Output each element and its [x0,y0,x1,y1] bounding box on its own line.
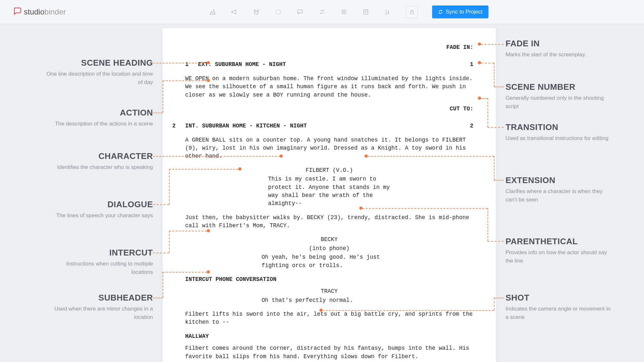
note-icon[interactable] [362,8,370,16]
callout-title: ACTION [43,108,153,118]
callout-title: SCENE HEADING [43,58,153,68]
character-cue: TRACY [185,287,473,295]
action-block: WE OPEN on a modern suburban home. The f… [185,75,473,99]
svg-point-1 [255,11,256,12]
scene-heading: INT. SUBURBAN HOME - KITCHEN - NIGHT [185,122,460,130]
callout-desc: Generally numbered only in the shooting … [506,94,615,110]
speech-icon[interactable] [296,8,304,16]
script-page: FADE IN: 1 EXT. SUBURBAN HOME - NIGHT 1 … [163,28,496,362]
callout-title: EXTENSION [506,175,615,185]
callout-scene-number: SCENE NUMBER Generally numbered only in … [496,82,615,110]
callout-desc: The description of the actions in a scen… [43,120,153,128]
callout-desc: Used when there are minor changes in a l… [43,305,153,321]
character-cue: FILBERT (V.O.) [185,166,473,174]
callout-desc: Marks the start of the screenplay. [506,51,615,59]
fade-in: FADE IN: [185,43,473,51]
svg-text:2: 2 [385,12,387,15]
svg-point-0 [213,10,214,11]
dialogue: This is my castle. I am sworn to protect… [268,175,391,208]
callout-title: PARENTHETICAL [506,237,615,246]
scene-number-left: 2 [172,122,185,130]
sync-button[interactable]: Sync to Project [432,5,488,18]
logo-text-binder: binder [44,7,66,16]
numbers-icon[interactable]: 12 [384,8,392,16]
logo[interactable]: studiobinder [13,6,66,18]
logo-icon [13,6,22,18]
callout-shot: SHOT Indicates the camera angle or movem… [496,293,615,321]
lines-icon[interactable] [340,8,348,16]
callout-subheader: SUBHEADER Used when there are minor chan… [43,293,163,321]
lock-button[interactable] [406,6,418,18]
scene-heading: EXT. SUBURBAN HOME - NIGHT [198,60,460,69]
action-block: Filbert lifts his sword into the air, le… [185,310,473,327]
callout-fade-in: FADE IN Marks the start of the screenpla… [496,39,615,59]
callout-title: SCENE NUMBER [506,82,615,92]
swap-icon[interactable] [318,8,326,16]
scene-icon[interactable] [209,8,216,16]
callout-title: INTERCUT [43,248,153,258]
dialogue: Oh that's perfectly normal. [262,296,397,304]
callout-title: DIALOGUE [43,200,153,209]
callout-desc: Instructions when cutting to multiple lo… [43,260,153,276]
callout-scene-heading: SCENE HEADING One line description of th… [43,58,163,86]
callout-parenthetical: PARENTHETICAL Provides info on how the a… [496,237,615,265]
callout-desc: Clarifies where a character is when they… [506,187,615,204]
dialogue: Oh yeah, he's being good. He's just figh… [262,253,397,270]
callout-desc: Used as transitional instructions for ed… [506,134,615,143]
callout-desc: Provides info on how the actor should sa… [506,248,615,265]
action-block: Just then, the babysitter walks by. BECK… [185,214,473,230]
svg-point-3 [276,10,281,14]
right-callouts: FADE IN Marks the start of the screenpla… [496,24,644,362]
mask-icon[interactable] [252,8,260,16]
subheader: HALLWAY [185,332,473,340]
callout-intercut: INTERCUT Instructions when cutting to mu… [43,248,163,276]
callout-title: TRANSITION [506,122,615,132]
callout-title: FADE IN [506,39,615,49]
character-cue: BECKY [185,236,473,244]
main-area: SCENE HEADING One line description of th… [0,24,644,362]
scene-number-right: 1 [460,60,473,69]
action-block: Filbert comes around the corner, distrac… [185,344,473,361]
transition: CUT TO: [185,105,473,113]
callout-title: SUBHEADER [43,293,153,303]
logo-text-studio: studio [24,7,44,16]
callout-action: ACTION The description of the actions in… [43,108,163,128]
callout-desc: Identifies the character who is speaking [43,163,153,172]
megaphone-icon[interactable] [231,8,238,16]
scene-number-left: 1 [185,60,198,69]
callout-desc: The lines of speech your character says [43,211,153,220]
toolbar: studiobinder 12 Sync to Project [0,0,644,24]
parenthetical: (into phone) [185,245,473,253]
callout-extension: EXTENSION Clarifies where a character is… [496,175,615,204]
callout-title: CHARACTER [43,151,153,161]
sync-label: Sync to Project [446,9,482,15]
intercut-heading: INTERCUT PHONE CONVERSATION [185,275,473,283]
callout-desc: Indicates the camera angle or movement i… [506,305,615,321]
left-callouts: SCENE HEADING One line description of th… [0,24,163,362]
callout-title: SHOT [506,293,615,303]
callout-transition: TRANSITION Used as transitional instruct… [496,122,615,143]
callout-dialogue: DIALOGUE The lines of speech your charac… [43,200,163,220]
action-block: A GREEN BALL sits on a counter top. A yo… [185,136,473,161]
callout-character: CHARACTER Identifies the character who i… [43,151,163,172]
circle-icon[interactable] [274,8,282,16]
scene-number-right: 2 [460,122,473,130]
refresh-icon [438,9,443,14]
toolbar-center: 12 Sync to Project [66,5,631,18]
svg-point-2 [257,11,258,12]
svg-rect-7 [411,12,413,14]
svg-rect-4 [364,10,368,14]
callout-desc: One line description of the location and… [43,70,153,86]
